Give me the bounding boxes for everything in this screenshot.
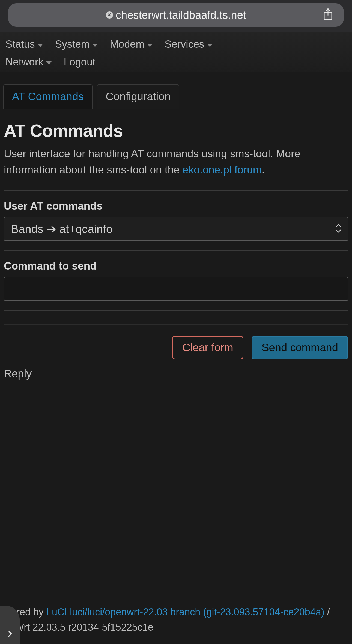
chevron-down-icon (207, 44, 213, 47)
browser-tab-switcher-icon[interactable]: › (0, 606, 20, 644)
tab-bar: AT Commands Configuration (0, 72, 352, 109)
reply-label: Reply (4, 368, 348, 380)
user-at-commands-select[interactable]: Bands ➔ at+qcainfo (4, 217, 348, 241)
command-to-send-label: Command to send (4, 260, 348, 272)
clear-form-button[interactable]: Clear form (172, 336, 243, 359)
select-chevron-icon (335, 223, 342, 235)
site-security-badge-icon: ✕ (106, 11, 113, 19)
chevron-down-icon (46, 61, 52, 65)
tab-at-commands[interactable]: AT Commands (3, 84, 93, 109)
select-value: Bands ➔ at+qcainfo (4, 217, 348, 241)
footer-line-2: enWrt 22.03.5 r20134-5f15225c1e (4, 620, 348, 635)
form-actions: Clear form Send command (4, 336, 348, 363)
nav-row-2: Network Logout (4, 55, 348, 69)
top-navigation: Status System Modem Services Network Log… (0, 32, 352, 72)
divider (4, 324, 348, 325)
nav-modem-label: Modem (110, 38, 144, 50)
nav-network[interactable]: Network (4, 55, 53, 69)
footer-divider (3, 593, 349, 593)
nav-logout-label: Logout (64, 56, 95, 68)
page-description: User interface for handling AT commands … (4, 146, 348, 178)
nav-services-label: Services (165, 38, 204, 50)
chevron-down-icon (147, 44, 153, 47)
share-icon[interactable] (323, 8, 333, 22)
nav-services[interactable]: Services (163, 37, 214, 52)
nav-status[interactable]: Status (4, 37, 44, 52)
tab-at-commands-label: AT Commands (12, 90, 84, 102)
browser-address-bar: ✕ chesterwrt.taildbaafd.ts.net (0, 0, 352, 32)
url-text: ✕ chesterwrt.taildbaafd.ts.net (106, 9, 246, 21)
nav-network-label: Network (5, 56, 43, 68)
footer-suffix: / (324, 606, 330, 618)
footer-luci-link[interactable]: LuCI luci/luci/openwrt-22.03 branch (git… (46, 606, 324, 618)
user-at-commands-label: User AT commands (4, 200, 348, 212)
nav-logout[interactable]: Logout (62, 55, 96, 69)
tab-configuration-label: Configuration (106, 90, 171, 102)
send-command-button[interactable]: Send command (252, 336, 348, 359)
nav-modem[interactable]: Modem (109, 37, 154, 52)
desc-link[interactable]: eko.one.pl forum (183, 164, 262, 176)
url-host: chesterwrt.taildbaafd.ts.net (116, 9, 246, 21)
send-command-label: Send command (262, 341, 338, 353)
nav-system[interactable]: System (54, 37, 99, 52)
footer: wered by LuCI luci/luci/openwrt-22.03 br… (0, 604, 352, 635)
page-content: AT Commands User interface for handling … (0, 109, 352, 380)
nav-system-label: System (55, 38, 90, 50)
divider (4, 190, 348, 191)
chevron-down-icon (92, 44, 98, 47)
divider (4, 310, 348, 311)
footer-line-1: wered by LuCI luci/luci/openwrt-22.03 br… (4, 604, 348, 620)
page-title: AT Commands (4, 121, 348, 141)
command-to-send-input[interactable] (4, 277, 348, 301)
clear-form-label: Clear form (182, 341, 233, 353)
nav-status-label: Status (5, 38, 35, 50)
tab-configuration[interactable]: Configuration (97, 84, 179, 109)
nav-row-1: Status System Modem Services (4, 37, 348, 52)
desc-suffix: . (262, 164, 265, 176)
chevron-down-icon (38, 44, 43, 47)
divider (4, 250, 348, 251)
url-pill[interactable]: ✕ chesterwrt.taildbaafd.ts.net (8, 3, 344, 27)
